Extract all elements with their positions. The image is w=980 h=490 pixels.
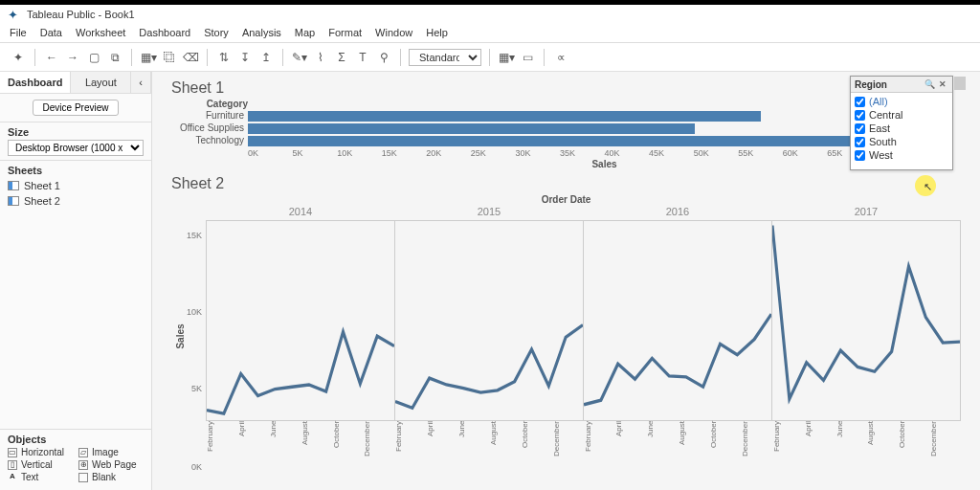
object-vertical[interactable]: ▯Vertical [8,459,73,470]
filter-checkbox[interactable] [855,97,865,107]
chart1-ytitle: Category [171,99,248,109]
device-preview-button[interactable]: Device Preview [33,100,120,116]
menu-story[interactable]: Story [204,27,229,38]
chart2-year-label: 2016 [584,206,771,217]
sheet-name: Sheet 2 [24,195,60,207]
chart2-panel-2014[interactable]: 2014 [207,221,395,420]
menu-worksheet[interactable]: Worksheet [76,27,125,38]
chart2-panel-2015[interactable]: 2015 [395,221,584,420]
toolbar: ✦ ← → ▢ ⧉ ▦▾ ⿻ ⌫ ⇅ ↧ ↥ ✎▾ ⌇ Σ T ⚲ Standa… [0,43,980,72]
chart2-xtick: December [363,421,394,467]
filter-option-label: West [869,149,893,161]
chart2-xtick: June [269,421,301,467]
chart1-xtick: 0K [248,148,293,158]
filter-checkbox[interactable] [855,150,865,161]
filter-checkbox[interactable] [855,123,865,134]
sheet2-title: Sheet 2 [171,175,961,192]
chart2-year-label: 2014 [207,206,394,217]
filter-search-icon[interactable]: 🔍 [924,78,935,90]
globe-icon: ⊕ [78,460,88,470]
sheet2-chart[interactable]: Order Date Sales 15K 10K 5K 0K 201420152… [171,194,961,467]
chart1-xtick: 5K [293,148,338,158]
sheet1-chart[interactable]: Category Furniture Office Supplies Techn… [171,99,961,169]
chart1-xtick: 55K [738,148,783,158]
object-image[interactable]: ▱Image [78,447,144,457]
show-cards-icon[interactable]: ▦▾ [498,49,515,66]
bar-furniture[interactable] [248,111,761,122]
chart2-xtick: April [237,421,269,467]
chart1-category-labels: Furniture Office Supplies Technology [171,109,248,146]
duplicate-icon[interactable]: ⿻ [161,49,178,66]
filter-checkbox[interactable] [855,110,865,121]
filter-option[interactable]: Central [855,108,948,122]
object-text[interactable]: AText [8,472,73,482]
undo-icon[interactable]: ← [43,49,60,66]
chart2-xtick: October [332,421,364,467]
highlight-icon[interactable]: ✎▾ [291,49,308,66]
filter-option[interactable]: East [855,122,948,135]
tab-collapse-icon[interactable]: ‹ [131,72,151,93]
totals-icon[interactable]: Σ [333,49,350,66]
redo-icon[interactable]: → [64,49,81,66]
filter-option[interactable]: West [855,148,948,162]
menu-help[interactable]: Help [426,27,448,38]
menu-window[interactable]: Window [375,27,412,38]
menu-dashboard[interactable]: Dashboard [139,27,190,38]
group-icon[interactable]: ⌇ [312,49,329,66]
filter-title: Region [855,79,887,90]
sort-asc-icon[interactable]: ↧ [236,49,254,66]
horizontal-icon: ▭ [8,448,17,457]
sheet-list-item[interactable]: Sheet 2 [8,193,144,209]
filter-close-icon[interactable]: ✕ [937,78,948,90]
sort-desc-icon[interactable]: ↥ [257,49,275,66]
object-horizontal[interactable]: ▭Horizontal [8,447,73,457]
menu-map[interactable]: Map [295,27,315,38]
chart2-xtick: December [552,421,584,467]
menu-file[interactable]: File [10,27,27,38]
chart2-panel-2017[interactable]: 2017 [772,221,960,420]
new-data-icon[interactable]: ⧉ [106,49,123,66]
labels-icon[interactable]: T [354,49,371,66]
region-filter-card[interactable]: Region 🔍 ✕ (All)CentralEastSouthWest [850,76,953,170]
menu-format[interactable]: Format [328,27,362,38]
worksheet-icon [8,181,19,190]
new-worksheet-icon[interactable]: ▦▾ [140,49,157,66]
save-icon[interactable]: ▢ [85,49,102,66]
chart1-xtick: 35K [560,148,605,158]
bar-office-supplies[interactable] [248,123,695,134]
object-webpage[interactable]: ⊕Web Page [78,459,144,470]
vertical-icon: ▯ [8,460,17,470]
object-blank[interactable]: Blank [78,472,144,482]
clear-icon[interactable]: ⌫ [182,49,199,66]
share-icon[interactable]: ∝ [552,49,569,66]
filter-checkbox[interactable] [855,137,865,147]
filter-option[interactable]: (All) [855,95,948,108]
sheet-list-item[interactable]: Sheet 1 [8,178,144,193]
filter-option[interactable]: South [855,135,948,148]
chart2-xtick: August [678,421,709,467]
chart1-xtick: 10K [337,148,382,158]
chart2-xtick: April [614,421,646,467]
tab-dashboard[interactable]: Dashboard [0,72,71,93]
menu-analysis[interactable]: Analysis [242,27,281,38]
chart2-xtick: February [584,421,615,467]
chart2-panel-2016[interactable]: 2016 [584,221,772,420]
chart1-xtick: 25K [471,148,516,158]
chart2-xtick: August [489,421,521,467]
tableau-icon[interactable]: ✦ [10,49,27,66]
swap-icon[interactable]: ⇅ [215,49,233,66]
objects-label: Objects [8,434,144,445]
chart1-xtick: 30K [515,148,560,158]
tab-layout[interactable]: Layout [71,72,131,93]
chart2-xtick: April [426,421,457,467]
menu-data[interactable]: Data [40,27,62,38]
fit-dropdown[interactable]: Standard [409,49,481,66]
chart1-xtick: 50K [694,148,739,158]
bar-technology[interactable] [248,136,913,146]
pin-icon[interactable]: ⚲ [375,49,392,66]
presentation-icon[interactable]: ▭ [519,49,536,66]
scrollbar-stub[interactable] [954,77,966,90]
dashboard-canvas[interactable]: Sheet 1 Category Furniture Office Suppli… [152,72,980,490]
size-dropdown[interactable]: Desktop Browser (1000 x 800) [8,140,144,156]
filter-option-label: (All) [869,96,888,107]
